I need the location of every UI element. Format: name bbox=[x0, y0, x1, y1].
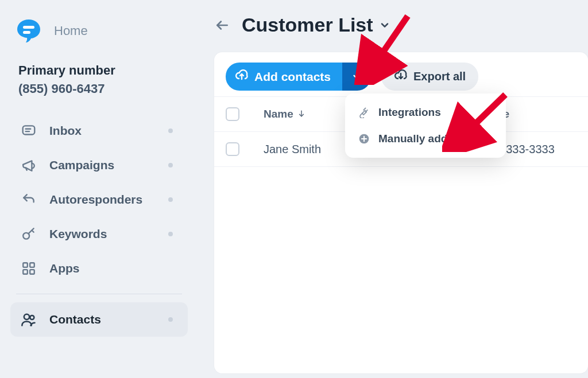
key-icon bbox=[21, 226, 37, 242]
export-all-label: Export all bbox=[413, 70, 466, 83]
primary-number-label: Primary number bbox=[18, 63, 181, 78]
sidebar-item-apps[interactable]: Apps bbox=[10, 251, 188, 286]
home-link[interactable]: Home bbox=[54, 24, 88, 38]
chevron-down-icon bbox=[379, 20, 390, 31]
sidebar-item-label: Apps bbox=[49, 262, 80, 275]
svg-rect-7 bbox=[30, 263, 34, 267]
status-dot bbox=[168, 128, 173, 133]
page-title[interactable]: Customer List bbox=[242, 14, 390, 36]
svg-rect-9 bbox=[30, 270, 34, 274]
cloud-download-icon bbox=[394, 68, 408, 85]
export-all-button[interactable]: Export all bbox=[381, 63, 478, 91]
sidebar-item-label: Inbox bbox=[49, 124, 82, 138]
svg-rect-1 bbox=[23, 31, 30, 34]
back-button[interactable] bbox=[214, 17, 230, 33]
dropdown-item-manual-add[interactable]: Manually add contact bbox=[345, 126, 506, 152]
sidebar-item-label: Campaigns bbox=[49, 158, 114, 172]
cloud-upload-icon bbox=[235, 68, 249, 85]
add-contacts-dropdown: Integrations Manually add contact bbox=[345, 93, 506, 158]
status-dot bbox=[168, 317, 173, 322]
status-dot bbox=[168, 232, 173, 236]
svg-rect-6 bbox=[23, 263, 28, 267]
sidebar-item-keywords[interactable]: Keywords bbox=[10, 217, 188, 251]
logo-row: Home bbox=[10, 14, 188, 60]
svg-rect-0 bbox=[23, 26, 34, 29]
plug-icon bbox=[358, 106, 370, 119]
sidebar: Home Primary number (855) 960-6437 Inbox bbox=[0, 0, 198, 378]
primary-number-value: (855) 960-6437 bbox=[18, 81, 181, 96]
add-contacts-group: Add contacts bbox=[226, 63, 371, 91]
megaphone-icon bbox=[21, 157, 37, 173]
sort-desc-icon bbox=[295, 108, 305, 120]
svg-rect-8 bbox=[23, 270, 28, 274]
inbox-icon bbox=[21, 123, 37, 139]
sidebar-item-contacts[interactable]: Contacts bbox=[10, 302, 188, 337]
status-dot bbox=[168, 197, 173, 202]
apps-icon bbox=[21, 260, 37, 276]
sidebar-item-label: Autoresponders bbox=[49, 193, 142, 206]
column-name-label: Name bbox=[264, 108, 293, 120]
svg-point-10 bbox=[24, 314, 29, 319]
sidebar-item-campaigns[interactable]: Campaigns bbox=[10, 148, 188, 182]
app-logo bbox=[15, 17, 42, 45]
plus-circle-icon bbox=[358, 133, 370, 145]
row-checkbox[interactable] bbox=[226, 142, 239, 156]
reply-icon bbox=[21, 192, 37, 208]
add-contacts-dropdown-toggle[interactable] bbox=[342, 63, 371, 91]
primary-number-block: Primary number (855) 960-6437 bbox=[10, 60, 188, 107]
dropdown-item-label: Integrations bbox=[378, 106, 441, 119]
page-header: Customer List bbox=[214, 14, 588, 52]
svg-point-11 bbox=[30, 315, 34, 319]
sidebar-item-label: Contacts bbox=[49, 313, 101, 326]
dropdown-item-integrations[interactable]: Integrations bbox=[345, 99, 506, 126]
sidebar-item-inbox[interactable]: Inbox bbox=[10, 114, 188, 148]
page-title-text: Customer List bbox=[242, 14, 373, 36]
dropdown-item-label: Manually add contact bbox=[378, 133, 489, 145]
add-contacts-label: Add contacts bbox=[254, 70, 331, 84]
main: Customer List Add con bbox=[198, 0, 588, 378]
sidebar-item-autoresponders[interactable]: Autoresponders bbox=[10, 182, 188, 217]
svg-rect-2 bbox=[23, 126, 35, 134]
nav-list: Inbox Campaigns Autoresponders bbox=[10, 114, 188, 337]
status-dot bbox=[168, 163, 173, 167]
select-all-checkbox[interactable] bbox=[226, 107, 239, 121]
add-contacts-button[interactable]: Add contacts bbox=[226, 63, 342, 91]
contacts-icon bbox=[21, 311, 37, 328]
toolbar: Add contacts Export all bbox=[214, 52, 588, 96]
content-card: Add contacts Export all bbox=[214, 52, 588, 373]
divider bbox=[16, 294, 182, 294]
sidebar-item-label: Keywords bbox=[49, 227, 107, 241]
